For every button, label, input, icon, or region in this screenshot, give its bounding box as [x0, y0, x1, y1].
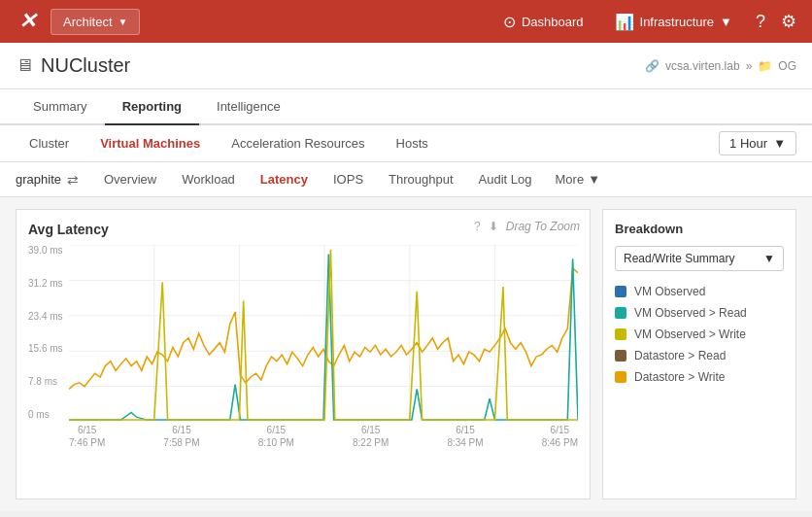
- legend-datastore-write: Datastore > Write: [615, 370, 784, 384]
- y-axis-labels: 39.0 ms 31.2 ms 23.4 ms 15.6 ms 7.8 ms 0…: [28, 245, 69, 420]
- graphite-bar: graphite ⇄ Overview Workload Latency IOP…: [0, 162, 812, 197]
- hour-dropdown-arrow: ▼: [773, 136, 786, 151]
- dashboard-label: Dashboard: [522, 15, 584, 29]
- dashboard-icon: ⊙: [503, 13, 516, 31]
- x-logo-icon: ✕: [18, 9, 36, 34]
- breakdown-panel: Breakdown Read/Write Summary ▼ VM Observ…: [602, 209, 796, 500]
- breadcrumb-folder-icon: 📁: [758, 59, 772, 73]
- cluster-header: 🖥 NUCluster 🔗 vcsa.virten.lab » 📁 OG: [0, 43, 812, 89]
- legend-label-vm-observed-write: VM Observed > Write: [634, 327, 746, 341]
- subnav-cluster[interactable]: Cluster: [16, 128, 83, 158]
- architect-dropdown-arrow: ▼: [118, 17, 128, 27]
- download-chart-icon[interactable]: ⬇: [489, 220, 498, 233]
- x-label-0: 6/157:46 PM: [69, 424, 105, 449]
- legend-vm-observed-write: VM Observed > Write: [615, 327, 784, 341]
- top-navigation: ✕ Architect ▼ ⊙ Dashboard 📊 Infrastructu…: [0, 0, 812, 43]
- cluster-icon: 🖥: [16, 55, 33, 76]
- infrastructure-nav-item[interactable]: 📊 Infrastructure ▼: [603, 7, 744, 37]
- tab-reporting[interactable]: Reporting: [105, 89, 199, 125]
- subnav-hosts[interactable]: Hosts: [383, 128, 442, 158]
- infrastructure-label: Infrastructure: [640, 15, 715, 29]
- subnav-acceleration-resources[interactable]: Acceleration Resources: [218, 128, 378, 158]
- dashboard-nav-item[interactable]: ⊙ Dashboard: [491, 7, 595, 37]
- help-icon[interactable]: ?: [752, 8, 769, 36]
- hour-dropdown-label: 1 Hour: [729, 136, 767, 151]
- legend-vm-observed: VM Observed: [615, 285, 784, 298]
- hour-dropdown[interactable]: 1 Hour ▼: [719, 131, 796, 155]
- x-axis-labels: 6/157:46 PM 6/157:58 PM 6/158:10 PM 6/15…: [69, 424, 578, 449]
- graphite-icon[interactable]: ⇄: [67, 172, 79, 188]
- tab-summary[interactable]: Summary: [16, 89, 105, 125]
- x-label-3: 6/158:22 PM: [353, 424, 389, 449]
- help-chart-icon[interactable]: ?: [474, 220, 481, 233]
- breakdown-dropdown[interactable]: Read/Write Summary ▼: [615, 246, 784, 271]
- breakdown-title: Breakdown: [615, 222, 784, 236]
- legend-label-vm-observed-read: VM Observed > Read: [634, 306, 747, 320]
- legend-color-vm-observed-read: [615, 307, 626, 319]
- chart-controls: ? ⬇ Drag To Zoom: [474, 220, 580, 233]
- drag-zoom-label: Drag To Zoom: [506, 220, 580, 233]
- chart-area: 39.0 ms 31.2 ms 23.4 ms 15.6 ms 7.8 ms 0…: [28, 245, 578, 449]
- legend-label-datastore-write: Datastore > Write: [634, 370, 725, 384]
- x-label-5: 6/158:46 PM: [542, 424, 578, 449]
- architect-label: Architect: [63, 15, 113, 29]
- chart-nav-overview[interactable]: Overview: [92, 166, 168, 192]
- chart-svg[interactable]: [69, 245, 578, 422]
- infrastructure-arrow: ▼: [720, 15, 732, 29]
- legend-datastore-read: Datastore > Read: [615, 349, 784, 362]
- datastore-write-line: [69, 268, 578, 390]
- tab-intelligence[interactable]: Intelligence: [199, 89, 298, 125]
- chart-nav-latency[interactable]: Latency: [249, 166, 320, 192]
- breadcrumb-link-icon: 🔗: [645, 59, 660, 73]
- infrastructure-icon: 📊: [615, 13, 634, 31]
- breakdown-dropdown-arrow: ▼: [763, 252, 775, 265]
- chart-container: Avg Latency ? ⬇ Drag To Zoom 39.0 ms 31.…: [16, 209, 591, 500]
- chart-nav-throughput[interactable]: Throughput: [377, 166, 465, 192]
- sub-navigation: Cluster Virtual Machines Acceleration Re…: [0, 125, 812, 162]
- architect-dropdown[interactable]: Architect ▼: [51, 9, 140, 35]
- cluster-name: NUCluster: [41, 54, 130, 77]
- x-label-1: 6/157:58 PM: [163, 424, 199, 449]
- legend-color-vm-observed: [615, 286, 626, 297]
- tab-bar: Summary Reporting Intelligence: [0, 89, 812, 125]
- more-arrow: ▼: [588, 172, 600, 187]
- vm-observed-read-line: [69, 255, 578, 421]
- y-label-2: 23.4 ms: [28, 311, 65, 322]
- breadcrumb-vcsa[interactable]: vcsa.virten.lab: [665, 59, 740, 73]
- breadcrumb-separator: »: [746, 59, 753, 73]
- x-label-2: 6/158:10 PM: [258, 424, 294, 449]
- breadcrumb: 🔗 vcsa.virten.lab » 📁 OG: [645, 59, 796, 73]
- chart-nav-iops[interactable]: IOPS: [321, 166, 375, 192]
- legend-color-datastore-write: [615, 371, 626, 383]
- legend-vm-observed-read: VM Observed > Read: [615, 306, 784, 320]
- legend-color-vm-observed-write: [615, 328, 626, 340]
- app-logo[interactable]: ✕: [12, 6, 43, 37]
- y-label-4: 7.8 ms: [28, 376, 65, 387]
- chart-nav-workload[interactable]: Workload: [170, 166, 247, 192]
- y-label-1: 31.2 ms: [28, 278, 65, 289]
- legend-label-vm-observed: VM Observed: [634, 285, 705, 298]
- breakdown-dropdown-label: Read/Write Summary: [624, 252, 734, 265]
- more-label: More: [556, 172, 585, 187]
- legend-label-datastore-read: Datastore > Read: [634, 349, 726, 362]
- x-label-4: 6/158:34 PM: [447, 424, 483, 449]
- chart-nav-more[interactable]: More ▼: [546, 166, 611, 192]
- breadcrumb-end[interactable]: OG: [778, 59, 796, 73]
- y-label-5: 0 ms: [28, 409, 65, 420]
- legend-color-datastore-read: [615, 350, 626, 362]
- y-label-3: 15.6 ms: [28, 343, 65, 354]
- legend-items: VM Observed VM Observed > Read VM Observ…: [615, 285, 784, 384]
- main-content: Avg Latency ? ⬇ Drag To Zoom 39.0 ms 31.…: [0, 197, 812, 511]
- chart-nav-auditlog[interactable]: Audit Log: [467, 166, 544, 192]
- y-label-0: 39.0 ms: [28, 245, 65, 256]
- graphite-label: graphite: [16, 172, 61, 187]
- subnav-virtual-machines[interactable]: Virtual Machines: [86, 128, 214, 158]
- settings-icon[interactable]: ⚙: [777, 7, 800, 36]
